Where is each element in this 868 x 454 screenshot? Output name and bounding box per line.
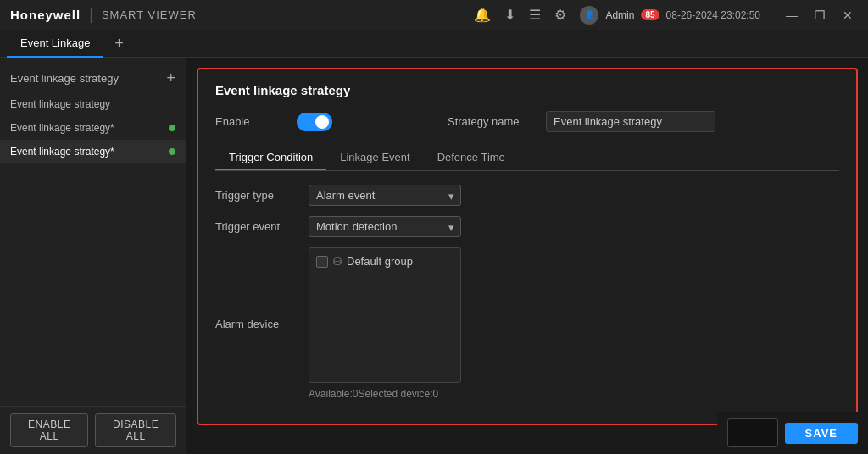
- panel-tabs: Trigger Condition Linkage Event Defence …: [215, 146, 839, 171]
- sidebar-add-button[interactable]: +: [166, 69, 175, 87]
- tab-linkage-event[interactable]: Linkage Event: [326, 146, 423, 170]
- save-button[interactable]: SAVE: [785, 423, 858, 444]
- user-name: Admin: [605, 9, 634, 21]
- download-icon[interactable]: ⬇: [504, 7, 515, 23]
- sidebar-item-1[interactable]: Event linkage strategy: [0, 92, 186, 116]
- minimize-button[interactable]: —: [781, 7, 803, 24]
- main-layout: Event linkage strategy + Event linkage s…: [0, 58, 868, 454]
- trigger-type-select[interactable]: Alarm event Schedule: [309, 185, 461, 206]
- save-area: SAVE: [717, 412, 868, 454]
- datetime-display: 08-26-2024 23:02:50: [666, 9, 760, 21]
- strategy-name-input[interactable]: [546, 111, 715, 132]
- titlebar: Honeywell | SMART VIEWER 🔔 ⬇ ☰ ⚙ 👤 Admin…: [0, 0, 868, 30]
- content-area: Event linkage strategy Enable Strategy n…: [186, 58, 868, 454]
- bottom-bar: ENABLE ALL DISABLE ALL: [0, 406, 186, 454]
- settings-icon[interactable]: ⚙: [554, 7, 566, 23]
- restore-button[interactable]: ❐: [810, 7, 831, 24]
- enable-toggle[interactable]: [297, 113, 332, 131]
- sidebar: Event linkage strategy + Event linkage s…: [0, 58, 186, 454]
- app-logo: Honeywell: [10, 8, 81, 22]
- panel-title: Event linkage strategy: [215, 83, 839, 97]
- group-icon: ⛁: [333, 256, 342, 268]
- trigger-type-select-wrapper: Alarm event Schedule: [309, 185, 461, 206]
- close-button[interactable]: ✕: [837, 7, 858, 24]
- device-footer: Available:0Selected device:0: [309, 388, 461, 400]
- titlebar-divider: |: [89, 6, 93, 24]
- tabs-bar: Event Linkage +: [0, 30, 868, 58]
- enable-all-button[interactable]: ENABLE ALL: [10, 413, 88, 447]
- user-badge: 85: [641, 9, 659, 20]
- trigger-event-row: Trigger event Motion detection Intrusion…: [215, 216, 839, 237]
- trigger-event-select[interactable]: Motion detection Intrusion Line crossing: [309, 216, 461, 237]
- menu-icon[interactable]: ☰: [529, 7, 541, 23]
- device-tree: ⛁ Default group: [309, 247, 461, 383]
- event-linkage-tab[interactable]: Event Linkage: [7, 30, 103, 58]
- user-area: 👤 Admin 85 08-26-2024 23:02:50: [580, 6, 760, 25]
- tab-trigger-condition[interactable]: Trigger Condition: [215, 146, 326, 170]
- disable-all-button[interactable]: DISABLE ALL: [95, 413, 176, 447]
- trigger-event-label: Trigger event: [215, 220, 309, 233]
- tree-item-default-group: ⛁ Default group: [316, 255, 453, 268]
- bell-icon[interactable]: 🔔: [474, 7, 491, 23]
- window-controls: — ❐ ✕: [781, 7, 858, 24]
- sidebar-item-3[interactable]: Event linkage strategy*: [0, 140, 186, 163]
- sidebar-item-dot-2: [169, 125, 175, 131]
- add-tab-button[interactable]: +: [107, 32, 131, 56]
- alarm-device-tree-container: ⛁ Default group Available:0Selected devi…: [309, 247, 461, 400]
- trigger-type-row: Trigger type Alarm event Schedule: [215, 185, 839, 206]
- toggle-track: [297, 113, 332, 131]
- enable-row: Enable Strategy name: [215, 111, 839, 132]
- tab-defence-time[interactable]: Defence Time: [424, 146, 519, 170]
- sidebar-header-label: Event linkage strategy: [10, 72, 119, 85]
- toggle-thumb: [315, 115, 329, 129]
- enable-label: Enable: [215, 115, 283, 128]
- trigger-type-label: Trigger type: [215, 189, 309, 202]
- sidebar-item-dot-3: [169, 148, 175, 155]
- trigger-event-select-wrapper: Motion detection Intrusion Line crossing: [309, 216, 461, 237]
- strategy-name-label: Strategy name: [448, 115, 532, 128]
- app-name: SMART VIEWER: [102, 8, 197, 21]
- save-preview-thumbnail: [727, 418, 778, 447]
- sidebar-header: Event linkage strategy +: [0, 64, 186, 92]
- default-group-label: Default group: [347, 255, 413, 268]
- sidebar-item-2[interactable]: Event linkage strategy*: [0, 116, 186, 140]
- alarm-device-label: Alarm device: [215, 318, 309, 330]
- user-avatar-icon: 👤: [580, 6, 598, 25]
- titlebar-right: 🔔 ⬇ ☰ ⚙ 👤 Admin 85 08-26-2024 23:02:50 —…: [474, 6, 858, 25]
- tree-checkbox[interactable]: [316, 256, 328, 268]
- strategy-panel: Event linkage strategy Enable Strategy n…: [197, 68, 858, 425]
- alarm-device-row: Alarm device ⛁ Default group Available:0…: [215, 247, 839, 400]
